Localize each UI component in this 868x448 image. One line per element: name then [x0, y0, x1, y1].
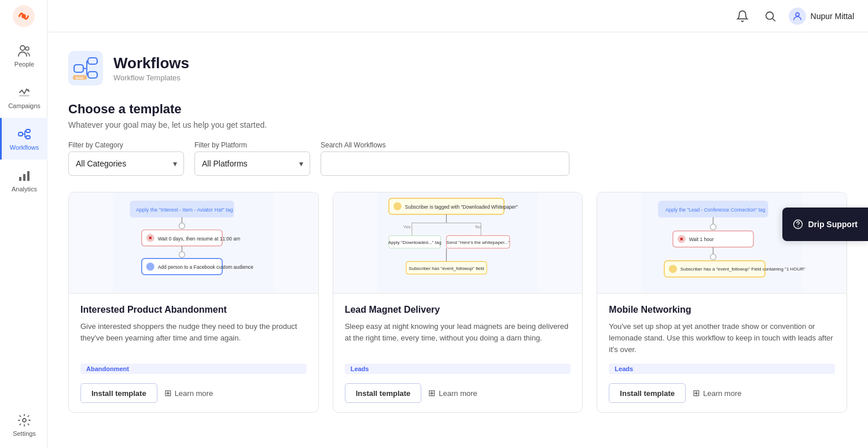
card-desc-2: Sleep easy at night knowing your lead ma…: [345, 321, 571, 356]
filter-platform-select[interactable]: All Platforms Shopify WooCommerce Magent…: [194, 151, 310, 176]
svg-point-33: [179, 223, 185, 229]
sidebar-label-settings: Settings: [13, 430, 36, 437]
filter-category-select[interactable]: All Categories Abandonment Leads E-comme…: [68, 151, 184, 176]
svg-text:Yes: Yes: [403, 224, 411, 229]
install-button-1[interactable]: Install template: [80, 383, 157, 403]
drip-support-button[interactable]: Drip Support: [782, 208, 868, 241]
settings-icon: [17, 413, 32, 428]
filter-category-label: Filter by Category: [68, 141, 184, 149]
card-actions-3: Install template ⊞ Learn more: [609, 383, 835, 403]
support-icon: [793, 219, 803, 229]
card-tag-3: Leads: [609, 364, 835, 374]
sidebar-label-campaigns: Campaigns: [8, 102, 41, 109]
filters-section: Choose a template Whatever your goal may…: [68, 102, 847, 176]
svg-point-74: [669, 265, 677, 273]
svg-point-18: [796, 13, 799, 16]
sidebar-label-people: People: [14, 61, 34, 68]
sidebar-item-analytics[interactable]: Analytics: [0, 160, 47, 201]
svg-text:Subscriber has a "event_follow: Subscriber has a "event_followup" Field …: [681, 266, 806, 272]
svg-text:Apply the "Lead - Conference C: Apply the "Lead - Conference Connection"…: [665, 207, 766, 213]
workflows-icon: [17, 127, 32, 142]
filters-row: Filter by Category All Categories Abando…: [68, 141, 847, 176]
svg-point-1: [21, 14, 26, 18]
svg-text:Send "Here's the whitepaper...: Send "Here's the whitepaper...": [446, 240, 510, 245]
search-input[interactable]: [321, 151, 569, 176]
svg-point-72: [711, 254, 716, 260]
sidebar-label-workflows: Workflows: [10, 144, 39, 151]
svg-point-16: [23, 419, 26, 422]
choose-title: Choose a template: [68, 102, 847, 117]
notifications-icon[interactable]: [733, 7, 752, 25]
card-interested-product: Apply the "Interest - Item - Aviator Hat…: [68, 192, 319, 413]
svg-text:MAIL: MAIL: [76, 76, 84, 80]
search-input-wrap: [321, 151, 569, 176]
user-menu[interactable]: Nupur Mittal: [789, 8, 854, 25]
filter-platform-wrap: All Platforms Shopify WooCommerce Magent…: [194, 151, 310, 176]
choose-desc: Whatever your goal may be, let us help y…: [68, 120, 847, 129]
card-body-2: Lead Magnet Delivery Sleep easy at night…: [333, 294, 583, 412]
svg-rect-7: [26, 129, 30, 132]
sidebar-item-workflows[interactable]: Workflows: [0, 118, 47, 160]
learn-button-2[interactable]: ⊞ Learn more: [428, 388, 477, 398]
drip-support-label: Drip Support: [808, 220, 858, 229]
main-content: Nupur Mittal MAIL: [47, 0, 868, 448]
card-body-3: Mobile Networking You've set up shop at …: [597, 294, 847, 412]
learn-button-3[interactable]: ⊞ Learn more: [693, 388, 741, 398]
svg-point-46: [393, 202, 402, 210]
svg-rect-14: [23, 174, 25, 181]
learn-icon-1: ⊞: [164, 388, 172, 398]
card-actions-2: Install template ⊞ Learn more: [345, 383, 571, 403]
analytics-icon: [17, 168, 32, 183]
card-preview-1: Apply the "Interest - Item - Aviator Hat…: [69, 192, 318, 294]
card-tag-1: Abandonment: [80, 364, 307, 374]
learn-icon-3: ⊞: [693, 388, 700, 398]
sidebar-label-analytics: Analytics: [12, 186, 37, 192]
card-desc-1: Give interested shoppers the nudge they …: [80, 321, 307, 356]
page-subtitle: Workflow Templates: [113, 73, 189, 82]
cards-grid: Apply the "Interest - Item - Aviator Hat…: [68, 192, 847, 413]
svg-point-17: [766, 12, 773, 19]
content-area: MAIL Workflows Workflow Templates Choose…: [47, 32, 868, 448]
svg-text:Wait 0 days, then resume at 11: Wait 0 days, then resume at 11:00 am: [158, 236, 240, 242]
card-title-1: Interested Product Abandonment: [80, 304, 307, 316]
sidebar-item-settings[interactable]: Settings: [0, 406, 47, 448]
svg-text:Subscriber has "event_followup: Subscriber has "event_followup" field: [409, 266, 484, 271]
search-icon[interactable]: [761, 7, 779, 25]
app-logo[interactable]: [0, 0, 47, 32]
svg-rect-15: [27, 171, 30, 181]
page-header-text: Workflows Workflow Templates: [113, 54, 189, 82]
svg-point-2: [20, 46, 25, 50]
learn-button-1[interactable]: ⊞ Learn more: [164, 388, 213, 398]
filter-category-group: Filter by Category All Categories Abando…: [68, 141, 184, 176]
svg-text:Add person to a Facebook custo: Add person to a Facebook custom audience: [158, 264, 253, 270]
card-tag-2: Leads: [345, 364, 571, 374]
svg-point-77: [798, 226, 799, 227]
svg-text:Subscriber is tagged with "Dow: Subscriber is tagged with "Downloaded Wh…: [405, 204, 518, 210]
people-icon: [17, 43, 32, 58]
svg-rect-8: [26, 136, 30, 139]
card-body-1: Interested Product Abandonment Give inte…: [69, 294, 318, 412]
install-button-3[interactable]: Install template: [609, 383, 686, 403]
filter-category-wrap: All Categories Abandonment Leads E-comme…: [68, 151, 184, 176]
install-button-2[interactable]: Install template: [345, 383, 422, 403]
learn-icon-2: ⊞: [428, 388, 436, 398]
card-desc-3: You've set up shop at yet another trade …: [609, 321, 835, 356]
svg-text:No: No: [475, 224, 481, 229]
svg-point-3: [25, 47, 29, 50]
card-actions-1: Install template ⊞ Learn more: [80, 383, 307, 403]
filter-platform-group: Filter by Platform All Platforms Shopify…: [194, 141, 310, 176]
svg-text:Apply "Downloaded..." tag: Apply "Downloaded..." tag: [388, 240, 442, 245]
svg-point-65: [711, 224, 716, 230]
sidebar-item-campaigns[interactable]: Campaigns: [0, 76, 47, 118]
campaigns-icon: [17, 85, 32, 100]
search-label: Search All Workflows: [321, 141, 569, 149]
card-preview-2: Subscriber is tagged with "Downloaded Wh…: [333, 192, 583, 294]
card-title-3: Mobile Networking: [609, 304, 835, 316]
page-header: MAIL Workflows Workflow Templates: [68, 51, 847, 86]
svg-text:Apply the "Interest - Item - A: Apply the "Interest - Item - Aviator Hat…: [136, 207, 233, 213]
topbar: Nupur Mittal: [47, 0, 868, 32]
sidebar-item-people[interactable]: People: [0, 35, 47, 76]
search-group: Search All Workflows: [321, 141, 569, 176]
card-lead-magnet: Subscriber is tagged with "Downloaded Wh…: [333, 192, 583, 413]
sidebar: People Campaigns Workflows: [0, 0, 47, 448]
